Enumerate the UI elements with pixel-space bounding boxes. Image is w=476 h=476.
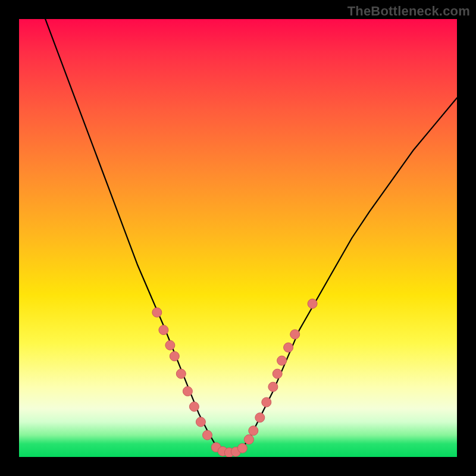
data-point (189, 402, 199, 411)
data-point (268, 382, 278, 392)
bottleneck-curve (45, 19, 457, 453)
data-point (290, 330, 300, 339)
data-point (262, 397, 271, 407)
data-point (284, 343, 293, 352)
chart-frame: TheBottleneck.com (0, 0, 476, 476)
data-point (165, 340, 175, 350)
data-point (273, 369, 282, 378)
data-point (277, 356, 287, 365)
data-point (170, 352, 179, 361)
data-point (249, 426, 258, 436)
data-point (196, 417, 205, 427)
data-point (152, 308, 162, 317)
plot-area (19, 19, 457, 457)
watermark-text: TheBottleneck.com (347, 4, 470, 19)
data-point (308, 299, 317, 308)
plot-svg (19, 19, 457, 457)
data-point (244, 435, 253, 444)
data-point (203, 430, 212, 440)
data-point (237, 443, 247, 453)
data-point (159, 325, 168, 335)
data-point (183, 387, 192, 396)
data-point (176, 369, 186, 378)
data-point (255, 413, 265, 422)
